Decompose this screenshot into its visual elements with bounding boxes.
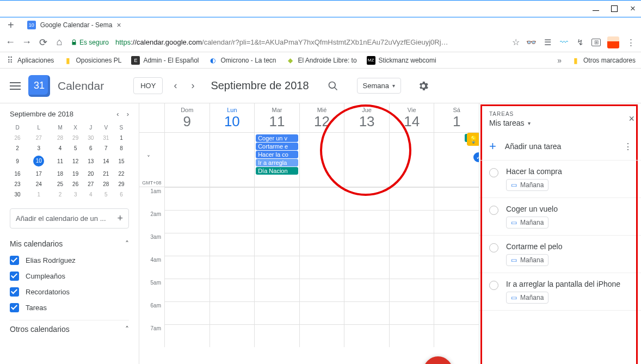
event-chip[interactable]: Cortarme e bbox=[256, 143, 298, 150]
mini-day[interactable]: 9 bbox=[10, 153, 25, 169]
mini-day[interactable]: 4 bbox=[53, 143, 68, 153]
task-checkbox[interactable] bbox=[489, 243, 498, 252]
task-date-chip[interactable]: ▭Mañana bbox=[506, 179, 548, 191]
task-item[interactable]: Ir a arreglar la pantalla del iPhone▭Mañ… bbox=[479, 273, 641, 311]
all-day-cell[interactable] bbox=[209, 133, 255, 187]
mini-day[interactable]: 26 bbox=[10, 133, 25, 143]
bookmark-other[interactable]: ▮Otros marcadores bbox=[571, 56, 636, 65]
hour-cell[interactable] bbox=[164, 301, 209, 324]
hour-cell[interactable] bbox=[209, 301, 255, 324]
hour-cell[interactable] bbox=[434, 187, 479, 210]
mini-day[interactable]: 21 bbox=[98, 169, 114, 179]
hour-cell[interactable] bbox=[434, 324, 479, 347]
mini-prev-icon[interactable]: ‹ bbox=[116, 110, 119, 118]
mini-day[interactable]: 16 bbox=[10, 169, 25, 179]
extension-icon[interactable]: 👓 bbox=[526, 38, 536, 47]
hour-cell[interactable] bbox=[209, 256, 255, 279]
hour-cell[interactable] bbox=[344, 256, 389, 279]
mini-day[interactable]: 25 bbox=[53, 179, 68, 189]
all-day-cell[interactable] bbox=[164, 133, 209, 187]
secure-indicator[interactable]: Es seguro bbox=[71, 39, 109, 46]
event-chip[interactable]: Día Nacion bbox=[256, 167, 298, 175]
more-options-icon[interactable]: ⋮ bbox=[624, 141, 632, 152]
hour-cell[interactable] bbox=[254, 256, 299, 279]
hour-cell[interactable] bbox=[434, 256, 479, 279]
extension-icon[interactable]: ⊞ bbox=[591, 39, 601, 46]
mini-day[interactable]: 4 bbox=[83, 189, 98, 200]
mini-day[interactable]: 28 bbox=[53, 133, 68, 143]
keep-bulb-icon[interactable]: 💡 bbox=[467, 133, 479, 146]
mini-day[interactable]: 6 bbox=[83, 143, 98, 153]
mini-day[interactable]: 2 bbox=[53, 189, 68, 200]
hour-cell[interactable] bbox=[254, 324, 299, 347]
hour-cell[interactable] bbox=[344, 187, 389, 210]
all-day-cell[interactable]: Coger un vCortarme eHacer la coIr a arre… bbox=[254, 133, 299, 187]
tasks-list-selector[interactable]: Mis tareas▾ bbox=[489, 119, 631, 127]
hour-cell[interactable] bbox=[389, 256, 434, 279]
prev-week-icon[interactable]: ‹ bbox=[170, 80, 180, 91]
mini-day[interactable]: 23 bbox=[10, 179, 25, 189]
hour-cell[interactable] bbox=[344, 324, 389, 347]
day-header[interactable]: Mié12 bbox=[299, 103, 344, 132]
bookmark-link[interactable]: ◐Omicrono - La tecn bbox=[208, 56, 276, 65]
mini-day[interactable]: 29 bbox=[68, 133, 83, 143]
nav-back-icon[interactable]: ← bbox=[5, 38, 15, 47]
view-selector[interactable]: Semana ▾ bbox=[357, 78, 401, 94]
hour-cell[interactable] bbox=[389, 233, 434, 256]
hour-cell[interactable] bbox=[389, 187, 434, 210]
next-week-icon[interactable]: › bbox=[188, 80, 198, 91]
day-header[interactable]: Dom9 bbox=[164, 103, 209, 132]
hour-cell[interactable] bbox=[164, 279, 209, 301]
hour-cell[interactable] bbox=[299, 187, 344, 210]
new-tab-button[interactable]: + bbox=[4, 19, 17, 32]
checkbox-icon[interactable] bbox=[10, 256, 19, 265]
mini-day[interactable]: 5 bbox=[68, 143, 83, 153]
bookmark-link[interactable]: ▮Oposiciones PL bbox=[64, 56, 121, 65]
hour-cell[interactable] bbox=[254, 187, 299, 210]
bookmark-star-icon[interactable]: ☆ bbox=[512, 37, 520, 47]
hour-cell[interactable] bbox=[389, 279, 434, 301]
hour-cell[interactable] bbox=[164, 187, 209, 210]
mini-day[interactable]: 17 bbox=[25, 169, 52, 179]
mini-day[interactable]: 3 bbox=[25, 143, 52, 153]
all-day-cell[interactable] bbox=[389, 133, 434, 187]
event-chip[interactable]: Ir a arregla bbox=[256, 159, 298, 166]
hour-cell[interactable] bbox=[254, 301, 299, 324]
hour-cell[interactable] bbox=[344, 233, 389, 256]
mini-day[interactable]: 27 bbox=[83, 179, 98, 189]
bookmark-link[interactable]: ◆El Androide Libre: to bbox=[286, 56, 357, 65]
hour-cell[interactable] bbox=[254, 210, 299, 233]
mini-next-icon[interactable]: › bbox=[127, 110, 129, 118]
bookmark-link[interactable]: MZStickmanz webcomi bbox=[367, 56, 436, 65]
checkbox-icon[interactable] bbox=[10, 287, 19, 297]
hour-cell[interactable] bbox=[209, 233, 255, 256]
profile-avatar[interactable] bbox=[607, 36, 619, 48]
calendar-item[interactable]: Elias Rodríguez bbox=[10, 252, 129, 268]
task-checkbox[interactable] bbox=[489, 281, 498, 290]
settings-gear-icon[interactable] bbox=[417, 80, 429, 92]
hour-cell[interactable] bbox=[209, 187, 255, 210]
mini-day[interactable]: 8 bbox=[114, 143, 129, 153]
calendar-item[interactable]: Recordatorios bbox=[10, 284, 129, 300]
task-item[interactable]: Hacer la compra▭Mañana bbox=[479, 161, 641, 198]
task-date-chip[interactable]: ▭Mañana bbox=[506, 254, 548, 266]
extension-icon[interactable]: 〰 bbox=[559, 38, 569, 47]
hour-cell[interactable] bbox=[299, 324, 344, 347]
mini-calendar[interactable]: DLMXJVS 26272829303112345678910111213141… bbox=[10, 122, 129, 200]
hour-cell[interactable] bbox=[434, 279, 479, 301]
mini-day[interactable]: 7 bbox=[98, 143, 114, 153]
mini-day[interactable]: 15 bbox=[114, 153, 129, 169]
task-date-chip[interactable]: ▭Mañana bbox=[506, 217, 548, 229]
all-day-cell[interactable] bbox=[344, 133, 389, 187]
extension-icon[interactable]: ☰ bbox=[543, 38, 552, 47]
all-day-cell[interactable] bbox=[299, 133, 344, 187]
calendar-item[interactable]: Cumpleaños bbox=[10, 268, 129, 284]
checkbox-icon[interactable] bbox=[10, 303, 19, 312]
hour-cell[interactable] bbox=[344, 301, 389, 324]
search-icon[interactable] bbox=[328, 81, 338, 91]
today-button[interactable]: HOY bbox=[133, 77, 163, 94]
hour-cell[interactable] bbox=[434, 301, 479, 324]
main-menu-icon[interactable] bbox=[10, 82, 21, 90]
mini-day[interactable]: 30 bbox=[83, 133, 98, 143]
day-header[interactable]: Mar11 bbox=[254, 103, 299, 132]
